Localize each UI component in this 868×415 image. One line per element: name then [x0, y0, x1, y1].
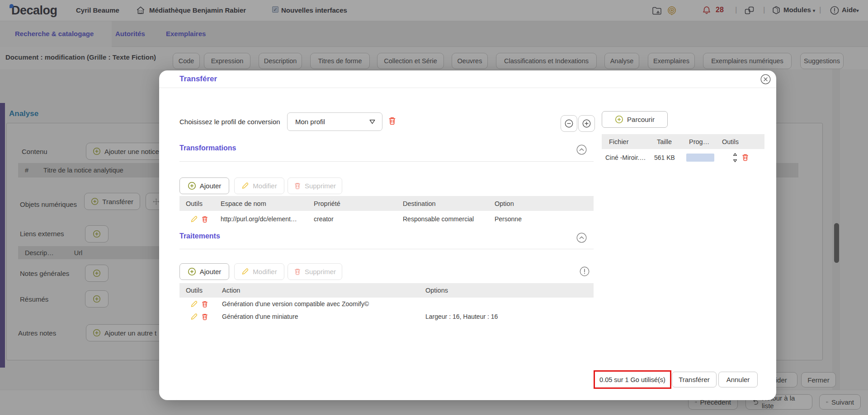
files-table-header: Fichier Taille Prog… Outils: [602, 134, 764, 149]
transformations-modifier-button[interactable]: Modifier: [234, 177, 284, 194]
section-divider: [179, 161, 594, 162]
delete-profile-trash-icon[interactable]: [388, 116, 396, 126]
traitements-ajouter-button[interactable]: Ajouter: [179, 263, 229, 280]
delete-trash-icon[interactable]: [201, 215, 208, 223]
delete-trash-icon[interactable]: [201, 313, 208, 321]
plus-circle-icon: [188, 267, 196, 276]
traitements-modifier-button[interactable]: Modifier: [234, 263, 284, 280]
transformations-table-header: Outils Espace de nom Propriété Destinati…: [179, 196, 594, 211]
app-window: Decalog Cyril Beaume Médiathèque Benjami…: [0, 0, 868, 415]
transformation-option: Personne: [491, 215, 594, 223]
profile-selected-value: Mon profil: [295, 118, 325, 126]
title-divider: [159, 88, 776, 88]
transformations-ajouter-button[interactable]: Ajouter: [179, 177, 229, 194]
dialog-title: Transférer: [179, 75, 217, 84]
plus-circle-icon: [615, 115, 623, 124]
pencil-icon: [241, 268, 249, 275]
dropdown-triangle-icon: [369, 119, 376, 125]
collapse-all-button[interactable]: [561, 115, 577, 132]
edit-pencil-icon[interactable]: [190, 215, 198, 223]
traitement-row: Génération d'une version compatible avec…: [179, 298, 594, 310]
transfer-dialog: Transférer Choisissez le profil de conve…: [159, 70, 776, 400]
expand-all-button[interactable]: [578, 115, 595, 132]
transformation-destination: Responsable commercial: [398, 215, 491, 223]
traitements-table-header: Outils Action Options: [179, 283, 594, 298]
cancel-button[interactable]: Annuler: [718, 372, 758, 387]
trash-icon: [294, 268, 301, 275]
edit-pencil-icon[interactable]: [190, 313, 198, 321]
file-size: 561 KB: [652, 154, 684, 161]
edit-pencil-icon[interactable]: [190, 300, 198, 308]
collapse-transformations-icon[interactable]: [576, 145, 587, 155]
profile-select[interactable]: Mon profil: [287, 112, 382, 131]
file-name: Ciné -Miroir.…: [602, 154, 652, 161]
transformation-row: http://purl.org/dc/element… creator Resp…: [179, 211, 594, 227]
transformation-namespace: http://purl.org/dc/element…: [217, 215, 310, 223]
collapse-traitements-icon[interactable]: [576, 233, 587, 243]
transformations-supprimer-button[interactable]: Supprimer: [288, 177, 342, 194]
file-row: Ciné -Miroir.… 561 KB: [602, 149, 764, 166]
traitements-table: Outils Action Options Génération d'une v…: [179, 283, 594, 323]
transformations-table: Outils Espace de nom Propriété Destinati…: [179, 196, 594, 227]
traitement-action: Génération d'une miniature: [217, 313, 423, 320]
reorder-arrows-icon[interactable]: [732, 152, 738, 163]
transformation-property: creator: [310, 215, 398, 223]
delete-file-trash-icon[interactable]: [741, 153, 749, 162]
transformations-title: Transformations: [179, 144, 236, 152]
plus-circle-icon: [582, 119, 591, 128]
transfer-confirm-button[interactable]: Transférer: [672, 372, 717, 387]
traitements-info-icon[interactable]: [580, 266, 590, 276]
delete-trash-icon[interactable]: [201, 300, 208, 308]
minus-circle-icon: [564, 119, 574, 128]
traitement-row: Génération d'une miniature Largeur : 16,…: [179, 310, 594, 323]
traitements-supprimer-button[interactable]: Supprimer: [288, 263, 342, 280]
traitement-action: Génération d'une version compatible avec…: [217, 300, 423, 308]
plus-circle-icon: [188, 182, 196, 190]
profile-label: Choisissez le profil de conversion: [179, 118, 280, 126]
parcourir-button[interactable]: Parcourir: [602, 111, 668, 128]
close-icon[interactable]: [760, 74, 771, 84]
files-table: Fichier Taille Prog… Outils Ciné -Miroir…: [602, 134, 764, 166]
storage-usage-indicator: 0.05 sur 1 Go utilisé(s): [594, 370, 671, 389]
pencil-icon: [241, 182, 249, 190]
traitement-options: Largeur : 16, Hauteur : 16: [423, 313, 594, 320]
section-divider: [179, 249, 594, 249]
trash-icon: [294, 182, 301, 190]
upload-progress-bar: [686, 154, 714, 162]
traitements-title: Traitements: [179, 232, 220, 240]
